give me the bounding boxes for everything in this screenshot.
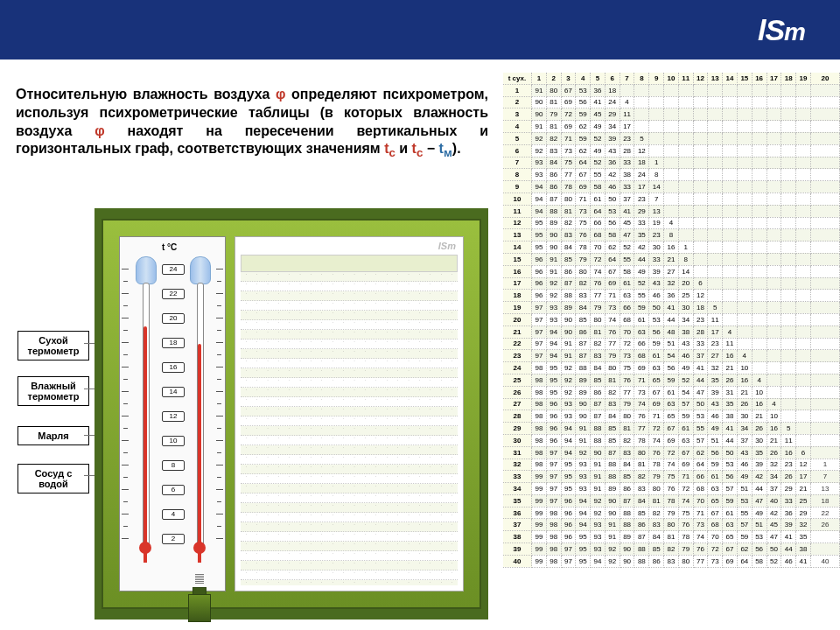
gauze-wick	[195, 574, 204, 584]
psychrometric-table: t сух.1234567891011121314151617181920191…	[503, 73, 840, 630]
label-wet-thermometer: Влажный термометр	[18, 376, 89, 406]
label-gauze: Марля	[18, 426, 89, 445]
psychrometer-device: t °C 24222018161412108642	[94, 208, 488, 620]
mini-brand: lSm	[438, 241, 456, 251]
scale-unit-label: t °C	[162, 242, 177, 252]
thermometer-panel: t °C 24222018161412108642	[119, 236, 226, 592]
scale-ticks: 24222018161412108642	[120, 263, 225, 552]
device-mini-table: lSm ····································…	[234, 236, 464, 592]
description-paragraph: Относительную влажность воздуха φ опреде…	[16, 86, 488, 161]
logo: lSm	[758, 13, 805, 47]
label-dry-thermometer: Сухой термометр	[18, 331, 89, 360]
label-vessel: Сосуд с водой	[18, 464, 89, 494]
header-bar: lSm	[0, 0, 840, 60]
content-area: Относительную влажность воздуха φ опреде…	[0, 60, 840, 630]
water-vessel	[188, 594, 211, 622]
